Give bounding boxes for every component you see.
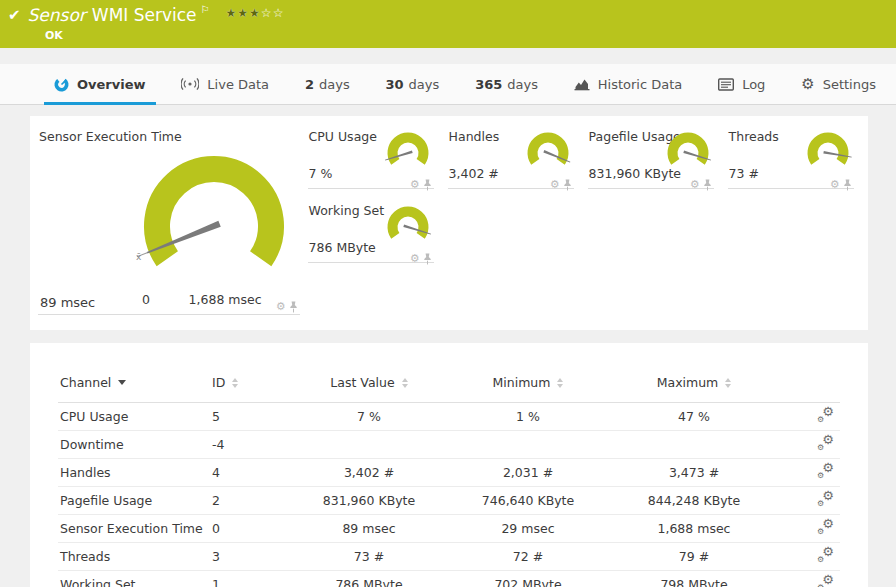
gear-icon[interactable]: ⚙: [550, 178, 560, 191]
column-header-minimum[interactable]: Minimum: [444, 369, 612, 403]
gear-icon[interactable]: ⚙: [276, 300, 286, 313]
channel-row: Pagefile Usage 2 831,960 KByte 746,640 K…: [58, 487, 840, 515]
channel-id: 1: [210, 571, 294, 587]
channel-id: 2: [210, 487, 294, 515]
channel-row: Working Set 1 786 MByte 702 MByte 798 MB…: [58, 571, 840, 587]
gauge-icon: [54, 77, 69, 92]
channel-last-value: 3,402 #: [294, 459, 444, 487]
gear-icon[interactable]: ⚙: [690, 178, 700, 191]
primary-gauge-chart[interactable]: x̄: [94, 142, 334, 294]
tab-label: days: [409, 77, 440, 92]
star-filled-icon[interactable]: ★: [226, 6, 238, 20]
column-header-settings: [776, 369, 840, 403]
channel-name: Handles: [58, 459, 210, 487]
channel-maximum: 3,473 #: [612, 459, 776, 487]
channel-id: -4: [210, 431, 294, 459]
column-header-last-value[interactable]: Last Value: [294, 369, 444, 403]
channel-settings-icon[interactable]: ⚙ ⚙: [817, 520, 834, 535]
gear-icon[interactable]: ⚙: [410, 252, 420, 265]
chart-icon: [574, 77, 590, 91]
pin-icon[interactable]: [843, 179, 852, 191]
gauge-value: 786 MByte: [309, 240, 376, 255]
gauge-chart[interactable]: [804, 132, 852, 176]
column-header-maximum[interactable]: Maximum: [612, 369, 776, 403]
channel-last-value: 89 msec: [294, 515, 444, 543]
channel-row: Sensor Execution Time 0 89 msec 29 msec …: [58, 515, 840, 543]
channels-table: Channel ID Last Value Minimum Maximum CP…: [58, 369, 840, 587]
gauge-tile: Working Set 786 MByte ⚙: [308, 198, 434, 263]
star-filled-icon[interactable]: ★: [237, 6, 249, 20]
tab-overview[interactable]: Overview: [40, 64, 160, 104]
column-header-channel[interactable]: Channel: [58, 369, 210, 403]
sort-icon: [725, 378, 731, 388]
channel-settings-icon[interactable]: ⚙ ⚙: [817, 408, 834, 423]
tab-label: days: [507, 77, 538, 92]
tab-label: Overview: [77, 77, 146, 92]
channel-minimum: 72 #: [444, 543, 612, 571]
gauge-tile: Pagefile Usage 831,960 KByte ⚙: [588, 124, 714, 189]
gauge-tile: Handles 3,402 # ⚙: [448, 124, 574, 189]
log-icon: [718, 78, 734, 91]
channel-name: Downtime: [58, 431, 210, 459]
gauge-chart[interactable]: [524, 132, 572, 176]
gear-icon: ⚙: [801, 77, 814, 92]
star-filled-icon[interactable]: ★: [249, 6, 261, 20]
tab-live-data[interactable]: Live Data: [167, 64, 283, 104]
pin-icon[interactable]: [423, 179, 432, 191]
gauge-chart[interactable]: [384, 132, 432, 176]
channel-minimum: 702 MByte: [444, 571, 612, 587]
channel-id: 3: [210, 543, 294, 571]
channel-name: Pagefile Usage: [58, 487, 210, 515]
channel-minimum: 2,031 #: [444, 459, 612, 487]
column-header-id[interactable]: ID: [210, 369, 294, 403]
channel-minimum: 29 msec: [444, 515, 612, 543]
status-check-icon: ✔: [8, 6, 21, 24]
tab-settings[interactable]: ⚙ Settings: [787, 64, 890, 104]
gear-icon[interactable]: ⚙: [410, 178, 420, 191]
gauge-chart[interactable]: [384, 206, 432, 250]
channel-settings-icon[interactable]: ⚙ ⚙: [817, 576, 834, 587]
mean-marker: x̄: [136, 252, 142, 262]
channel-settings-icon[interactable]: ⚙ ⚙: [817, 492, 834, 507]
channel-last-value: 786 MByte: [294, 571, 444, 587]
sort-desc-icon: [118, 380, 126, 385]
channel-settings-icon[interactable]: ⚙ ⚙: [817, 464, 834, 479]
priority-stars[interactable]: ★★★☆☆: [226, 5, 285, 20]
tab-30-days[interactable]: 30 days: [372, 64, 454, 104]
pin-icon[interactable]: [563, 179, 572, 191]
channel-row: CPU Usage 5 7 % 1 % 47 % ⚙ ⚙: [58, 403, 840, 431]
gauge-value: 7 %: [309, 166, 333, 181]
channel-minimum: 746,640 KByte: [444, 487, 612, 515]
pin-icon[interactable]: [423, 253, 432, 265]
channel-last-value: 73 #: [294, 543, 444, 571]
tab-log[interactable]: Log: [704, 64, 779, 104]
tab-label: Settings: [823, 77, 876, 92]
tab-2-days[interactable]: 2 days: [291, 64, 364, 104]
channel-id: 0: [210, 515, 294, 543]
channel-maximum: [612, 431, 776, 459]
tab-label: Log: [742, 77, 765, 92]
pin-icon[interactable]: [703, 179, 712, 191]
gear-icon[interactable]: ⚙: [830, 178, 840, 191]
channel-last-value: 7 %: [294, 403, 444, 431]
tab-label: Historic Data: [598, 77, 683, 92]
channel-settings-icon[interactable]: ⚙ ⚙: [817, 548, 834, 563]
channel-minimum: 1 %: [444, 403, 612, 431]
channel-name: Working Set: [58, 571, 210, 587]
tab-365-days[interactable]: 365 days: [461, 64, 552, 104]
tab-historic-data[interactable]: Historic Data: [560, 64, 697, 104]
gauge-value: 3,402 #: [449, 166, 499, 181]
channel-settings-icon[interactable]: ⚙ ⚙: [817, 436, 834, 451]
star-empty-icon[interactable]: ☆: [273, 6, 285, 20]
pin-icon[interactable]: [289, 301, 298, 313]
gauge-value: 831,960 KByte: [589, 166, 681, 181]
gauge-tile-primary: Sensor Execution Time x̄ 89 msec 0 1,688…: [38, 124, 300, 315]
table-header-row: Channel ID Last Value Minimum Maximum: [58, 369, 840, 403]
sensor-type-label: Sensor: [28, 4, 86, 26]
channel-row: Handles 4 3,402 # 2,031 # 3,473 # ⚙ ⚙: [58, 459, 840, 487]
flag-icon[interactable]: ⚐: [201, 4, 210, 15]
channel-last-value: [294, 431, 444, 459]
gauge-title: Sensor Execution Time: [38, 124, 300, 144]
star-empty-icon[interactable]: ☆: [261, 6, 273, 20]
channel-maximum: 844,248 KByte: [612, 487, 776, 515]
